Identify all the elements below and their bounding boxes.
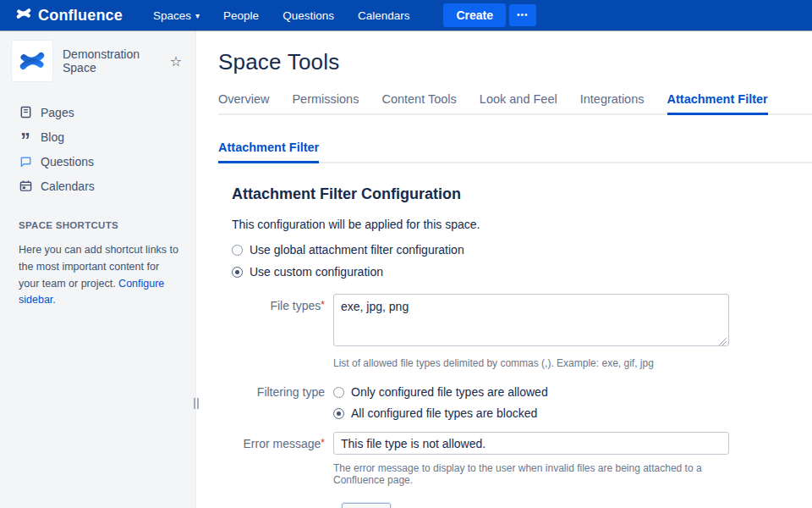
create-button[interactable]: Create [443,3,506,27]
space-name: Demonstration Space [63,47,170,75]
error-message-row: Error message* The error message to disp… [232,432,812,486]
filtering-type-row: Filtering type Only configured file type… [232,381,812,420]
nav-questions[interactable]: Questions [274,4,343,27]
space-logo[interactable] [12,41,52,81]
pages-icon [19,106,32,119]
form-actions: Save Cancel [342,503,812,508]
tab-look-and-feel[interactable]: Look and Feel [480,92,557,115]
error-message-input[interactable] [333,432,729,455]
confluence-home-link[interactable]: Confluence [15,5,123,25]
radio-icon [232,245,243,256]
space-shortcuts-heading: SPACE SHORTCUTS [19,220,177,230]
filtering-type-label: Filtering type [232,381,333,420]
space-tools-tabs: Overview Permissions Content Tools Look … [218,92,812,115]
space-header: Demonstration Space ☆ [0,41,195,81]
sidebar-item-label: Calendars [41,179,95,193]
save-button[interactable]: Save [342,503,391,508]
required-asterisk: * [321,437,325,449]
nav-people[interactable]: People [215,4,267,27]
sidebar-resize-grip[interactable] [192,397,200,410]
blog-icon: ” [19,130,32,144]
radio-icon [333,387,344,398]
sidebar-item-questions[interactable]: Questions [0,149,195,174]
confluence-space-logo-icon [18,47,47,75]
attachment-filter-subtabs: Attachment Filter [218,141,812,163]
error-message-label: Error message* [232,432,333,486]
scope-radio-group: Use global attachment filter configurati… [232,243,812,279]
nav-calendars[interactable]: Calendars [349,4,419,27]
sidebar-item-label: Pages [41,106,74,119]
top-navigation: Spaces ▾ People Questions Calendars [145,4,418,27]
error-message-help: The error message to display to the user… [333,462,729,486]
tab-content-tools[interactable]: Content Tools [381,92,456,115]
tab-integrations[interactable]: Integrations [580,92,645,115]
confluence-logo-icon [15,5,32,25]
radio-selected-icon [333,408,344,419]
main-content: Space Tools Overview Permissions Content… [196,30,812,508]
file-types-label: File types* [232,294,333,369]
chevron-down-icon: ▾ [195,12,200,20]
sidebar-item-pages[interactable]: Pages [0,100,195,124]
radio-custom-configuration[interactable]: Use custom configuration [232,265,812,279]
file-types-help: List of allowed file types delimited by … [333,357,729,369]
tab-permissions[interactable]: Permissions [292,92,359,115]
file-types-row: File types* exe, jpg, png List of allowe… [232,294,812,369]
tab-attachment-filter[interactable]: Attachment Filter [667,92,768,115]
section-heading: Attachment Filter Configuration [232,185,812,203]
sidebar-item-label: Questions [41,155,94,168]
space-sidebar: Demonstration Space ☆ Pages ” Blog [0,30,196,508]
radio-selected-icon [232,267,243,278]
page-title: Space Tools [218,49,812,75]
sidebar-item-blog[interactable]: ” Blog [0,124,195,149]
section-intro: This configuration will be applied for t… [232,218,812,231]
radio-global-configuration[interactable]: Use global attachment filter configurati… [232,243,812,257]
subtab-attachment-filter[interactable]: Attachment Filter [218,141,319,163]
tab-overview[interactable]: Overview [218,92,269,115]
attachment-filter-section: Attachment Filter Configuration This con… [218,163,812,508]
brand-name: Confluence [38,7,123,25]
app-header: Confluence Spaces ▾ People Questions Cal… [0,0,812,30]
sidebar-item-calendars[interactable]: Calendars [0,174,195,198]
radio-all-blocked[interactable]: All configured file types are blocked [333,406,729,420]
required-asterisk: * [321,299,325,311]
attachment-filter-form: File types* exe, jpg, png List of allowe… [232,294,812,508]
space-shortcuts-text: Here you can add shortcut links to the m… [19,242,178,309]
more-menu-button[interactable]: ••• [509,4,536,26]
favourite-star-icon[interactable]: ☆ [170,53,182,69]
questions-icon [19,155,32,168]
page-body: Demonstration Space ☆ Pages ” Blog [0,30,812,508]
sidebar-nav: Pages ” Blog Questions [0,100,195,198]
file-types-textarea[interactable]: exe, jpg, png [333,294,729,346]
calendars-icon [19,179,32,193]
nav-spaces[interactable]: Spaces ▾ [145,4,208,27]
radio-only-allowed[interactable]: Only configured file types are allowed [333,385,729,399]
sidebar-item-label: Blog [41,130,64,144]
